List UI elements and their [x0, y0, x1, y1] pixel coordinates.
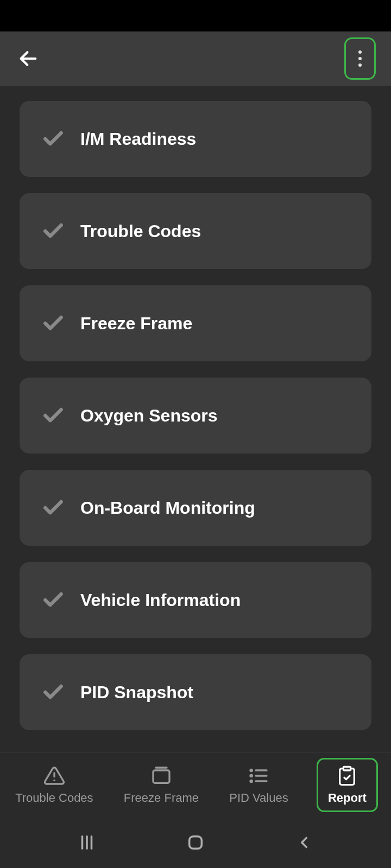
system-back-button[interactable]	[288, 826, 320, 859]
recent-icon	[78, 833, 96, 852]
warning-icon	[42, 765, 66, 787]
report-item-oxygen-sensors[interactable]: Oxygen Sensors	[20, 378, 371, 454]
status-bar	[0, 0, 391, 31]
report-item-trouble-codes[interactable]: Trouble Codes	[20, 193, 371, 269]
top-bar	[0, 31, 391, 86]
folder-icon	[149, 765, 173, 787]
report-item-label: On-Board Monitoring	[80, 498, 255, 518]
report-item-label: PID Snapshot	[80, 682, 193, 703]
list-icon	[247, 765, 270, 787]
check-icon	[41, 219, 65, 243]
check-icon	[41, 404, 65, 427]
report-item-label: Freeze Frame	[80, 314, 192, 334]
home-icon	[186, 833, 205, 852]
home-button[interactable]	[179, 826, 212, 859]
report-item-vehicle-information[interactable]: Vehicle Information	[20, 562, 371, 638]
check-icon	[41, 496, 65, 520]
nav-label: Trouble Codes	[15, 791, 93, 805]
report-item-label: Trouble Codes	[80, 221, 201, 241]
recent-apps-button[interactable]	[71, 826, 103, 859]
more-vertical-icon	[358, 50, 362, 67]
check-icon	[41, 127, 65, 151]
check-icon	[41, 588, 65, 612]
svg-rect-11	[344, 767, 351, 770]
svg-rect-4	[153, 770, 169, 783]
svg-rect-15	[190, 837, 202, 849]
report-item-on-board-monitoring[interactable]: On-Board Monitoring	[20, 470, 371, 546]
chevron-left-icon	[295, 833, 313, 852]
more-options-button[interactable]	[344, 37, 376, 80]
report-item-freeze-frame[interactable]: Freeze Frame	[20, 285, 371, 361]
nav-label: Report	[328, 791, 367, 805]
svg-point-5	[250, 769, 252, 771]
arrow-left-icon	[17, 48, 39, 69]
check-icon	[41, 311, 65, 335]
report-item-label: Oxygen Sensors	[80, 406, 218, 426]
check-icon	[41, 680, 65, 704]
svg-point-7	[250, 780, 252, 782]
system-navigation	[0, 817, 391, 868]
bottom-navigation: Trouble Codes Freeze Frame PID Values Re…	[0, 752, 391, 817]
nav-label: PID Values	[229, 791, 288, 805]
nav-pid-values[interactable]: PID Values	[227, 761, 290, 809]
report-list: I/M Readiness Trouble Codes Freeze Frame…	[0, 86, 391, 730]
nav-freeze-frame[interactable]: Freeze Frame	[122, 761, 201, 809]
report-item-im-readiness[interactable]: I/M Readiness	[20, 101, 371, 177]
report-item-label: I/M Readiness	[80, 129, 196, 149]
nav-label: Freeze Frame	[124, 791, 199, 805]
back-button[interactable]	[15, 46, 41, 72]
nav-report[interactable]: Report	[317, 758, 378, 812]
report-item-label: Vehicle Information	[80, 590, 241, 610]
svg-point-6	[250, 775, 252, 776]
report-item-pid-snapshot[interactable]: PID Snapshot	[20, 654, 371, 730]
nav-trouble-codes[interactable]: Trouble Codes	[13, 761, 95, 809]
clipboard-icon	[335, 765, 359, 787]
